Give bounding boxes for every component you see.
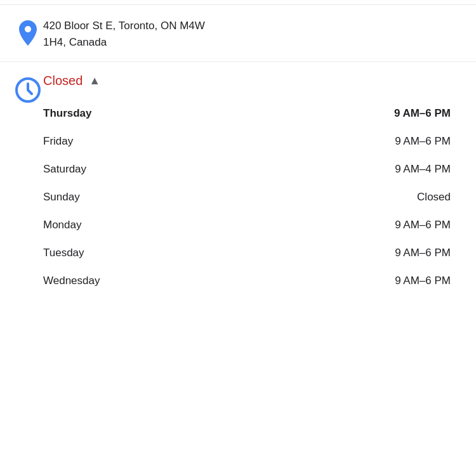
table-row: Thursday9 AM–6 PM <box>43 100 463 127</box>
day-hours: 9 AM–6 PM <box>395 135 463 148</box>
location-icon <box>13 18 43 48</box>
day-name: Friday <box>43 135 145 148</box>
day-hours: Closed <box>417 191 463 204</box>
table-row: Wednesday9 AM–6 PM <box>43 267 463 295</box>
address-line1: 420 Bloor St E, Toronto, ON M4W <box>43 20 205 32</box>
day-name: Wednesday <box>43 275 145 287</box>
day-name: Tuesday <box>43 247 145 259</box>
status-row: Closed ▲ <box>43 74 463 88</box>
hours-table: Thursday9 AM–6 PMFriday9 AM–6 PMSaturday… <box>43 100 463 295</box>
day-hours: 9 AM–6 PM <box>394 107 463 120</box>
day-hours: 9 AM–6 PM <box>395 219 463 231</box>
status-text: Closed <box>43 74 83 88</box>
address-line2: 1H4, Canada <box>43 36 107 48</box>
table-row: Tuesday9 AM–6 PM <box>43 239 463 267</box>
table-row: SundayClosed <box>43 183 463 211</box>
day-name: Saturday <box>43 163 145 176</box>
day-name: Monday <box>43 219 145 231</box>
address-section: 420 Bloor St E, Toronto, ON M4W 1H4, Can… <box>0 5 476 62</box>
hours-section: Closed ▲ Thursday9 AM–6 PMFriday9 AM–6 P… <box>0 62 476 301</box>
day-name: Sunday <box>43 191 145 204</box>
collapse-hours-button[interactable]: ▲ <box>89 74 100 88</box>
table-row: Monday9 AM–6 PM <box>43 211 463 239</box>
hours-content: Closed ▲ Thursday9 AM–6 PMFriday9 AM–6 P… <box>43 74 463 295</box>
day-name: Thursday <box>43 107 145 120</box>
address-text: 420 Bloor St E, Toronto, ON M4W 1H4, Can… <box>43 16 205 50</box>
day-hours: 9 AM–4 PM <box>395 163 463 176</box>
clock-icon <box>13 75 43 105</box>
table-row: Friday9 AM–6 PM <box>43 127 463 155</box>
table-row: Saturday9 AM–4 PM <box>43 155 463 183</box>
day-hours: 9 AM–6 PM <box>395 275 463 287</box>
day-hours: 9 AM–6 PM <box>395 247 463 259</box>
